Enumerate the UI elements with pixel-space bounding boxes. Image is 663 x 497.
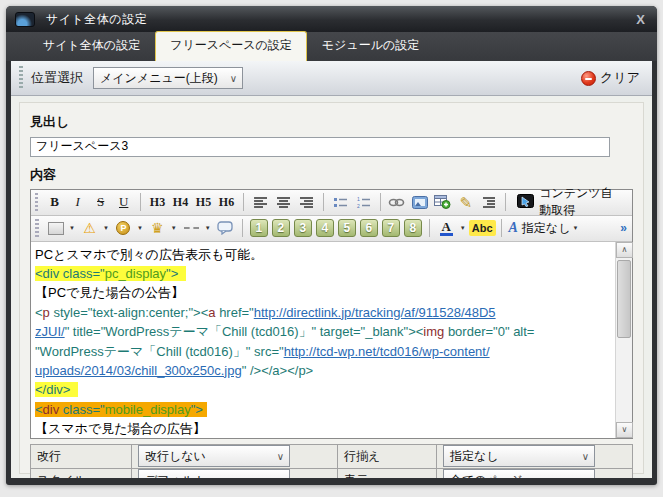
heading-group: H3H4H5H6 bbox=[146, 192, 238, 212]
warning-icon[interactable]: ⚠ bbox=[79, 218, 100, 238]
chevron-down-icon[interactable]: ▼ bbox=[572, 225, 578, 231]
blockquote-icon[interactable] bbox=[478, 192, 499, 212]
option-select-cell: 全てのページ∨ bbox=[437, 469, 633, 479]
strikethrough-button[interactable]: S bbox=[90, 192, 111, 212]
speech-bubble-icon[interactable] bbox=[215, 218, 236, 238]
list-group: 12 bbox=[329, 192, 375, 212]
close-icon[interactable]: X bbox=[636, 12, 645, 27]
number-button-6[interactable]: 6 bbox=[360, 219, 378, 237]
code-segment: PCとスマホで別々の広告表示も可能。 bbox=[35, 247, 263, 262]
bold-button[interactable]: B bbox=[44, 192, 65, 212]
tab-2[interactable]: モジュールの設定 bbox=[307, 31, 434, 61]
chevron-down-icon: ∨ bbox=[225, 73, 242, 84]
heading-input[interactable] bbox=[30, 137, 610, 157]
content-label: 内容 bbox=[30, 166, 633, 184]
heading-h4-button[interactable]: H4 bbox=[170, 192, 191, 212]
auto-fetch-button[interactable]: コンテンツ自動取得 bbox=[511, 185, 628, 219]
box-icon[interactable] bbox=[45, 218, 66, 238]
freespace-form: 見出し 内容 BISU H3H4H5H6 12 ✎ bbox=[19, 102, 644, 474]
italic-button[interactable]: I bbox=[67, 192, 88, 212]
font-style-select[interactable]: 指定なし bbox=[522, 220, 571, 237]
editor-text-area[interactable]: PCとスマホで別々の広告表示も可能。<div class="pc_display… bbox=[31, 242, 615, 438]
number-button-4[interactable]: 4 bbox=[316, 219, 334, 237]
window-title: サイト全体の設定 bbox=[46, 11, 147, 28]
editor-line: <p style="text-align:center;"><a href="h… bbox=[35, 303, 613, 322]
option-select-1-0[interactable]: デフォルト∨ bbox=[138, 469, 290, 478]
editor-body: PCとスマホで別々の広告表示も可能。<div class="pc_display… bbox=[31, 242, 632, 438]
code-segment: zJUI/ bbox=[35, 324, 65, 339]
table-add-icon[interactable] bbox=[432, 192, 453, 212]
highlight-yellow: </div> bbox=[35, 382, 78, 397]
number-button-3[interactable]: 3 bbox=[294, 219, 312, 237]
option-select-value: 指定なし bbox=[450, 448, 499, 465]
drag-handle[interactable] bbox=[19, 66, 23, 90]
scrollbar: ∧ ∨ bbox=[615, 242, 632, 438]
chevron-down-icon[interactable]: ▼ bbox=[103, 225, 109, 231]
chevron-down-icon[interactable]: ▼ bbox=[137, 225, 143, 231]
scrollbar-thumb[interactable] bbox=[617, 260, 631, 338]
highlight-button[interactable]: Abc bbox=[469, 220, 496, 236]
code-segment: </div> bbox=[35, 382, 70, 397]
chevron-down-icon[interactable]: ▼ bbox=[460, 225, 466, 231]
dashed-line-icon[interactable] bbox=[181, 218, 202, 238]
chevron-down-icon[interactable]: ▼ bbox=[171, 225, 177, 231]
option-label-text: スタイル bbox=[37, 472, 86, 479]
editor-line: 【PCで見た場合の公告】 bbox=[35, 283, 613, 302]
chevron-down-icon: ∨ bbox=[577, 451, 594, 462]
code-segment: http://tcd-wp.net/tcd016/wp-content/ bbox=[284, 344, 490, 359]
underline-button[interactable]: U bbox=[113, 192, 134, 212]
option-select-cell: デフォルト∨ bbox=[132, 469, 338, 479]
point-coin-icon[interactable]: P bbox=[113, 218, 134, 238]
chevron-down-icon[interactable]: ▼ bbox=[69, 225, 75, 231]
pencil-icon[interactable]: ✎ bbox=[455, 192, 476, 212]
scroll-down-button[interactable]: ∨ bbox=[616, 422, 633, 438]
toolbar-drag-handle[interactable] bbox=[35, 219, 39, 237]
align-left-icon[interactable] bbox=[250, 192, 271, 212]
option-label-0-1: 行揃え bbox=[338, 445, 437, 469]
code-segment: mobile_display bbox=[105, 402, 191, 417]
font-color-button[interactable]: A bbox=[436, 218, 457, 238]
clear-button[interactable]: クリア bbox=[581, 69, 640, 87]
toolbar-drag-handle[interactable] bbox=[35, 193, 38, 211]
option-label-0-0: 改行 bbox=[31, 445, 132, 469]
code-segment: a bbox=[208, 305, 215, 320]
number-button-5[interactable]: 5 bbox=[338, 219, 356, 237]
code-segment: " title="WordPressテーマ「Chill (tcd016)」" t… bbox=[65, 324, 424, 339]
heading-h6-button[interactable]: H6 bbox=[216, 192, 237, 212]
dialog-body: 位置選択 メインメニュー(上段) ∨ クリア 見出し 内容 BISU H3H4H… bbox=[11, 61, 652, 478]
heading-h5-button[interactable]: H5 bbox=[193, 192, 214, 212]
align-right-icon[interactable] bbox=[296, 192, 317, 212]
auto-fetch-label: コンテンツ自動取得 bbox=[539, 185, 622, 219]
font-color-label: A bbox=[442, 221, 451, 232]
options-grid: 改行改行しない∨行揃え指定なし∨スタイルデフォルト∨表示全てのページ∨ bbox=[30, 444, 633, 479]
scroll-up-button[interactable]: ∧ bbox=[616, 242, 633, 258]
align-center-icon[interactable] bbox=[273, 192, 294, 212]
color-bar bbox=[440, 233, 453, 236]
ordered-list-icon[interactable]: 12 bbox=[353, 192, 374, 212]
option-select-0-1[interactable]: 指定なし∨ bbox=[443, 445, 595, 467]
toolbar-row-1: BISU H3H4H5H6 12 ✎ コンテンツ自動取得 bbox=[31, 190, 632, 216]
number-button-1[interactable]: 1 bbox=[250, 219, 268, 237]
code-segment: "WordPressテーマ「Chill (tcd016)」" src=" bbox=[35, 344, 284, 359]
image-icon[interactable] bbox=[409, 192, 430, 212]
editor-line: PCとスマホで別々の広告表示も可能。 bbox=[35, 245, 613, 264]
app-icon bbox=[15, 12, 35, 27]
crown-icon[interactable]: ♛ bbox=[147, 218, 168, 238]
tab-0[interactable]: サイト全体の設定 bbox=[28, 31, 155, 61]
number-button-8[interactable]: 8 bbox=[404, 219, 422, 237]
link-icon[interactable] bbox=[386, 192, 407, 212]
number-button-2[interactable]: 2 bbox=[272, 219, 290, 237]
editor-line: "WordPressテーマ「Chill (tcd016)」" src="http… bbox=[35, 342, 613, 361]
option-select-cell: 指定なし∨ bbox=[437, 445, 633, 469]
chevron-down-icon[interactable]: ▼ bbox=[205, 225, 211, 231]
code-segment: "> bbox=[191, 402, 203, 417]
option-select-0-0[interactable]: 改行しない∨ bbox=[138, 445, 290, 467]
code-segment: img bbox=[423, 324, 444, 339]
option-select-1-1[interactable]: 全てのページ∨ bbox=[443, 469, 595, 478]
heading-h3-button[interactable]: H3 bbox=[147, 192, 168, 212]
unordered-list-icon[interactable] bbox=[330, 192, 351, 212]
more-options-icon[interactable]: » bbox=[620, 221, 628, 235]
position-select[interactable]: メインメニュー(上段) ∨ bbox=[93, 67, 243, 89]
number-button-7[interactable]: 7 bbox=[382, 219, 400, 237]
tab-1[interactable]: フリースペースの設定 bbox=[155, 31, 307, 61]
